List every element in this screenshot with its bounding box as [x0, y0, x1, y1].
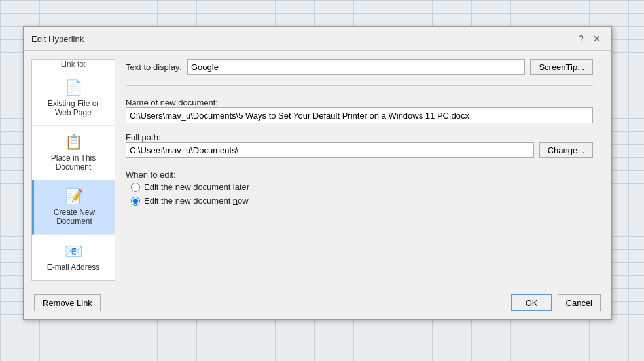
sidebar-item-create[interactable]: 📝 Create NewDocument: [32, 180, 115, 235]
ok-button[interactable]: OK: [511, 294, 552, 311]
dialog-body: Link to: 📄 Existing File orWeb Page 📋 Pl…: [24, 51, 611, 289]
radio-edit-now[interactable]: [131, 197, 140, 206]
full-path-label: Full path:: [126, 132, 593, 142]
edit-hyperlink-dialog: Edit Hyperlink ? ✕ Link to: 📄 Existing F…: [23, 26, 612, 320]
radio-row-later: Edit the new document later: [131, 182, 593, 192]
text-to-display-input[interactable]: [187, 59, 525, 75]
dialog-title: Edit Hyperlink: [31, 34, 84, 44]
radio-later-label: Edit the new document later: [144, 182, 249, 192]
place-icon: 📋: [65, 134, 82, 151]
help-button[interactable]: ?: [575, 32, 588, 45]
text-to-display-row: Text to display: ScreenTip...: [126, 59, 593, 75]
main-content: Text to display: ScreenTip... Name of ne…: [115, 59, 603, 281]
text-to-display-label: Text to display:: [126, 62, 182, 72]
full-path-section: Full path: Change...: [126, 130, 593, 158]
footer-left: Remove Link: [34, 294, 506, 311]
close-button[interactable]: ✕: [590, 32, 603, 45]
sidebar-item-email-label: E-mail Address: [47, 263, 100, 272]
sidebar-item-create-label: Create NewDocument: [54, 208, 95, 226]
sidebar-item-existing-label: Existing File orWeb Page: [48, 99, 99, 117]
dialog-footer: Remove Link OK Cancel: [24, 289, 611, 319]
sidebar-item-email[interactable]: 📧 E-mail Address: [32, 235, 115, 280]
link-to-sidebar: Link to: 📄 Existing File orWeb Page 📋 Pl…: [31, 59, 115, 281]
create-icon: 📝: [65, 188, 83, 205]
dialog-title-bar: Edit Hyperlink ? ✕: [24, 27, 611, 51]
sidebar-item-place-label: Place in ThisDocument: [51, 153, 96, 172]
name-of-document-input[interactable]: [126, 107, 593, 123]
email-icon: 📧: [65, 243, 82, 260]
sidebar-item-existing[interactable]: 📄 Existing File orWeb Page: [32, 71, 115, 126]
when-to-edit-label: When to edit:: [126, 170, 593, 180]
sidebar-item-place[interactable]: 📋 Place in ThisDocument: [32, 126, 115, 180]
change-button[interactable]: Change...: [539, 142, 593, 158]
when-to-edit-options: Edit the new document later Edit the new…: [131, 182, 593, 206]
when-to-edit-section: When to edit: Edit the new document late…: [126, 164, 593, 206]
link-to-label: Link to:: [32, 60, 115, 69]
cancel-button[interactable]: Cancel: [558, 294, 601, 311]
radio-edit-later[interactable]: [131, 183, 140, 192]
name-of-document-section: Name of new document:: [126, 95, 593, 123]
existing-file-icon: 📄: [65, 79, 82, 96]
remove-link-button[interactable]: Remove Link: [34, 294, 101, 311]
full-path-input[interactable]: [126, 142, 534, 158]
divider-1: [126, 85, 593, 86]
full-path-row: Change...: [126, 142, 593, 158]
radio-now-label: Edit the new document now: [144, 196, 249, 206]
title-controls: ? ✕: [575, 32, 603, 45]
radio-row-now: Edit the new document now: [131, 196, 593, 206]
name-of-document-label: Name of new document:: [126, 98, 593, 107]
screentip-button[interactable]: ScreenTip...: [530, 59, 593, 75]
